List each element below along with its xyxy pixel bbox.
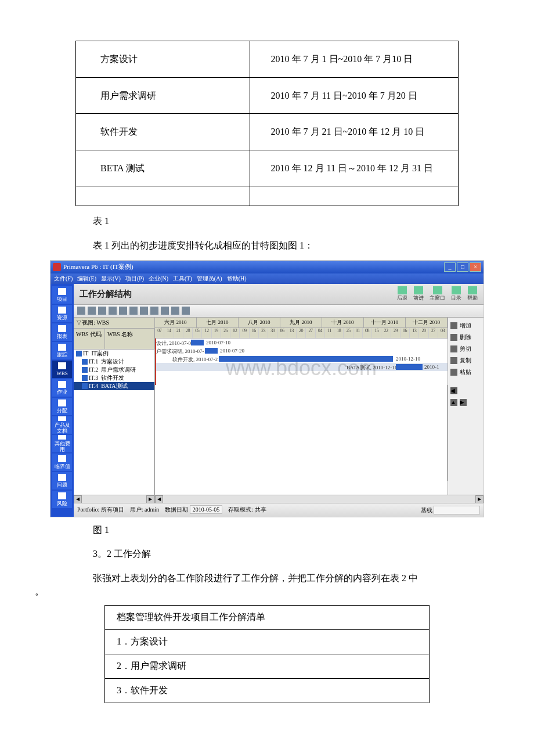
portfolio-label: Portfolio: 所有项目 bbox=[77, 506, 124, 513]
sidebar-item[interactable]: 报表 bbox=[52, 323, 72, 341]
threshold-icon bbox=[58, 455, 66, 462]
timeline-day: 27 bbox=[429, 328, 438, 338]
delete-button[interactable]: 删除 bbox=[450, 332, 481, 343]
timeline-day: 11 bbox=[325, 328, 334, 338]
resource-icon bbox=[58, 307, 66, 314]
period-cell: 2010 年 7 月 11 日~2010 年 7 月20 日 bbox=[250, 77, 458, 114]
cost-icon bbox=[58, 435, 66, 440]
toolbar[interactable] bbox=[74, 305, 484, 318]
baseline-box[interactable] bbox=[434, 506, 480, 514]
timeline-day: 18 bbox=[334, 328, 344, 338]
timeline-day: 16 bbox=[250, 328, 259, 338]
sidebar-item[interactable]: 项目 bbox=[52, 286, 72, 304]
title-bar[interactable]: Primavera P6 : IT (IT案例) _ □ × bbox=[50, 261, 484, 273]
gantt-bar[interactable] bbox=[396, 364, 423, 370]
gantt-bar[interactable] bbox=[191, 340, 204, 345]
paragraph: 张强对上表划分的各工作阶段进行了工作分解，并把工作分解的内容列在表 2 中 bbox=[75, 571, 459, 586]
scroll-right-button[interactable]: ▶ bbox=[146, 495, 154, 503]
menu-item[interactable]: 编辑(E) bbox=[77, 275, 96, 283]
bar-label: 2010-12-10 bbox=[396, 356, 420, 362]
gantt-bar[interactable] bbox=[219, 356, 393, 362]
table-caption: 表 1 bbox=[75, 215, 459, 228]
paste-icon[interactable] bbox=[119, 307, 127, 315]
phase-cell: 方案设计 bbox=[76, 41, 250, 78]
arrow-left-button[interactable]: ◀ bbox=[450, 385, 481, 397]
scroll-left-button[interactable]: ◀ bbox=[74, 495, 82, 503]
menu-bar[interactable]: 文件(F) 编辑(E) 显示(V) 项目(P) 企业(N) 工具(T) 管理员(… bbox=[50, 273, 484, 284]
timeline-day: 13 bbox=[287, 328, 297, 338]
gantt-pane[interactable]: 六月 2010 七月 2010 八月 2010 九月 2010 十月 2010 … bbox=[155, 318, 448, 495]
phase-cell: 用户需求调研 bbox=[76, 77, 250, 114]
paste-icon bbox=[450, 369, 457, 376]
cut-icon[interactable] bbox=[98, 307, 106, 315]
timeline-months: 六月 2010 七月 2010 八月 2010 九月 2010 十月 2010 … bbox=[155, 318, 448, 328]
gantt-bar[interactable] bbox=[205, 348, 218, 354]
sidebar-item[interactable]: 作业 bbox=[52, 379, 72, 397]
copy-button[interactable]: 复制 bbox=[450, 355, 481, 366]
period-cell: 2010 年 7 月 21 日~2010 年 12 月 10 日 bbox=[250, 114, 458, 150]
forward-icon bbox=[414, 286, 423, 294]
help-button[interactable]: 帮助 bbox=[467, 286, 478, 302]
wbs-row[interactable]: IT.1 方案设计 bbox=[74, 358, 154, 366]
print-icon[interactable] bbox=[77, 307, 85, 315]
arrow-up-icon: ▲ bbox=[450, 399, 457, 406]
sidebar-item[interactable]: 临界值 bbox=[52, 453, 72, 471]
wbs-row[interactable]: IT IT案例 bbox=[74, 350, 154, 358]
directory-button[interactable]: 目录 bbox=[451, 286, 461, 302]
menu-item[interactable]: 企业(N) bbox=[149, 275, 168, 283]
sidebar-item[interactable]: 产品及文档 bbox=[52, 416, 72, 434]
sidebar-item[interactable]: 资源 bbox=[52, 305, 72, 322]
copy-icon[interactable] bbox=[109, 307, 117, 315]
scroll-left-button[interactable]: ◀ bbox=[155, 495, 163, 503]
close-button[interactable]: × bbox=[470, 262, 481, 272]
wbs-row[interactable]: IT.3 软件开发 bbox=[74, 374, 154, 382]
timeline-day: 26 bbox=[221, 328, 230, 338]
arrow-right-icon: ▶ bbox=[460, 399, 467, 406]
sidebar-item[interactable]: 跟踪 bbox=[52, 342, 72, 359]
sidebar-item[interactable]: 其他费用 bbox=[52, 435, 72, 452]
filter-icon[interactable] bbox=[129, 307, 138, 315]
wbs-row-selected[interactable]: IT.4 BATA测试 bbox=[74, 382, 154, 390]
nav-back-button[interactable]: 后退 bbox=[397, 286, 407, 302]
column-header[interactable]: WBS 名称 bbox=[105, 329, 154, 349]
paragraph-tail: 。 bbox=[35, 586, 499, 598]
wbs-row[interactable]: IT.2 用户需求调研 bbox=[74, 366, 154, 374]
zoom-in-icon[interactable] bbox=[161, 307, 169, 315]
layout-icon[interactable] bbox=[150, 307, 158, 315]
right-action-panel: 增加 删除 剪切 复制 粘贴 ◀ ▲▶ bbox=[448, 318, 484, 495]
sidebar-item[interactable]: 问题 bbox=[52, 472, 72, 489]
flag-icon[interactable] bbox=[140, 307, 148, 315]
timeline-day: 06 bbox=[277, 328, 287, 338]
preview-icon[interactable] bbox=[88, 307, 96, 315]
zoom-fit-icon[interactable] bbox=[182, 307, 190, 315]
add-button[interactable]: 增加 bbox=[450, 320, 481, 332]
zoom-out-icon[interactable] bbox=[171, 307, 179, 315]
sidebar-item[interactable]: 分配 bbox=[52, 398, 72, 415]
menu-item[interactable]: 项目(P) bbox=[125, 275, 144, 283]
sidebar-item-wbs[interactable]: WBS bbox=[52, 361, 72, 378]
paste-button[interactable]: 粘贴 bbox=[450, 366, 481, 378]
bar-label: BATA测试, 2010-12-11 bbox=[347, 364, 397, 372]
arrow-up-down-buttons[interactable]: ▲▶ bbox=[450, 397, 481, 408]
menu-item[interactable]: 文件(F) bbox=[54, 275, 73, 283]
nav-forward-button[interactable]: 前进 bbox=[413, 286, 424, 302]
date-value[interactable]: 2010-05-05 bbox=[190, 505, 223, 514]
gantt-body[interactable]: www.bdocx.com 设计, 2010-07-01 2010-07-10 … bbox=[155, 339, 448, 385]
timeline-day: 14 bbox=[164, 328, 174, 338]
bar-label: 2010-07-10 bbox=[206, 340, 230, 345]
cut-button[interactable]: 剪切 bbox=[450, 343, 481, 355]
scroll-region[interactable]: ◀ ▶ ◀ ▶ bbox=[74, 495, 484, 503]
menu-item[interactable]: 显示(V) bbox=[101, 275, 121, 283]
maximize-button[interactable]: □ bbox=[457, 262, 468, 272]
minimize-button[interactable]: _ bbox=[444, 262, 456, 272]
x-icon bbox=[450, 334, 457, 341]
sidebar-item[interactable]: 风险 bbox=[52, 491, 72, 508]
menu-item[interactable]: 管理员(A) bbox=[197, 275, 222, 283]
menu-item[interactable]: 帮助(H) bbox=[227, 275, 247, 283]
home-button[interactable]: 主窗口 bbox=[430, 286, 445, 302]
column-header[interactable]: WBS 代码 bbox=[74, 329, 105, 349]
scroll-right-button[interactable]: ▶ bbox=[475, 495, 484, 503]
breakdown-table: 档案管理软件开发项目工作分解清单 1．方案设计 2．用户需求调研 3．软件开发 bbox=[104, 605, 430, 703]
menu-item[interactable]: 工具(T) bbox=[173, 275, 192, 283]
view-label[interactable]: ▽视图: WBS bbox=[74, 318, 154, 329]
